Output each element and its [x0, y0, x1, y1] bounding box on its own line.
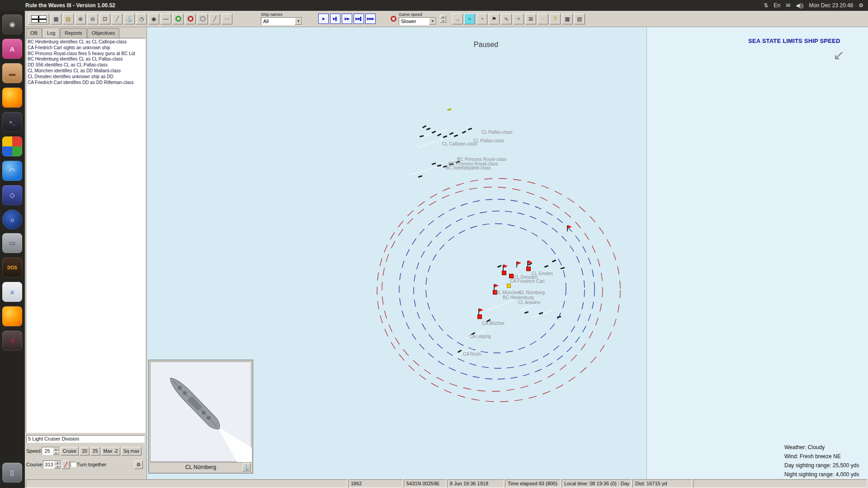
zoom-in-button[interactable]: ⊕ — [75, 14, 86, 24]
anchor-button-toolbar[interactable]: ⚓ — [124, 14, 135, 24]
play-step-button[interactable]: ▶▌ — [330, 14, 340, 24]
fastest-button[interactable]: ▶▶▶ — [365, 14, 376, 24]
help-button[interactable]: ? — [550, 14, 561, 24]
stopwatch-button[interactable]: ◔ — [476, 14, 487, 24]
turn-together-checkbox[interactable] — [71, 462, 76, 467]
session-gear-icon[interactable]: ⚙ — [859, 2, 863, 9]
dock-system-settings[interactable]: ◉ — [2, 14, 22, 34]
sea-state-warning: SEA STATE LIMITS SHIP SPEED — [748, 38, 866, 44]
formation-button[interactable]: + — [513, 14, 524, 24]
log-entry[interactable]: BC Princess Royal-class fires 5 heavy gu… — [28, 51, 145, 57]
volume-icon[interactable]: ◀)) — [796, 2, 803, 9]
signal-flag-button[interactable]: ⚑ — [489, 14, 500, 24]
course-up-button[interactable]: ▴ — [54, 461, 61, 465]
turn-together-label: Turn together — [77, 462, 107, 467]
speed-20-button[interactable]: 20 — [80, 447, 90, 455]
set-course-button[interactable]: ╱ — [62, 460, 69, 469]
document-icon: ≡ — [10, 288, 14, 296]
chart-button[interactable]: ∿ — [501, 14, 512, 24]
record-button[interactable] — [185, 14, 196, 24]
zoom-out-button[interactable]: ⊖ — [87, 14, 98, 24]
keyboard-indicator[interactable]: En — [774, 2, 780, 9]
spare-button[interactable]: ▫ — [538, 14, 548, 24]
course-stepper[interactable]: 313 ▴ ▾ — [43, 460, 61, 469]
night-sighting-line: Night sighting range: 4,000 yds — [784, 470, 859, 479]
speed-spinner-down[interactable]: ▾ — [440, 19, 446, 23]
slow-speed-icon[interactable] — [391, 16, 396, 22]
dock-web-browser[interactable]: ◠ — [2, 161, 22, 181]
course-down-button[interactable]: ▾ — [54, 465, 61, 469]
keypad-button[interactable]: ▦ — [562, 14, 573, 24]
speed-value: 25 — [42, 448, 53, 454]
pencil-button[interactable]: ╱ — [209, 14, 220, 24]
dock-text-editor[interactable]: ≡ — [2, 282, 22, 302]
log-entry[interactable]: CL München identifies CL as DD Mallard-c… — [28, 68, 145, 74]
advance-button[interactable]: → — [452, 14, 463, 24]
ship-names-select[interactable]: All ▼ — [261, 17, 302, 25]
tab-reports[interactable]: Reports — [60, 28, 87, 38]
division-name-field[interactable]: 5 Light Cruiser Division — [26, 435, 145, 443]
screenshot-button[interactable] — [173, 14, 184, 24]
clock-button[interactable]: ◷ — [136, 14, 147, 24]
game-speed-select[interactable]: Slower ▼ — [399, 17, 437, 25]
compass-button[interactable]: ◉ — [148, 14, 159, 24]
speed-stepper[interactable]: 25 ▴ ▾ — [42, 447, 60, 455]
log-notes-button[interactable]: ▤ — [63, 14, 74, 24]
clock[interactable]: Mon Dec 23 20:48 — [809, 2, 853, 9]
sea-state-arrow-icon: ↙ — [833, 47, 844, 63]
speed-spinner-up[interactable]: ▴ — [440, 15, 446, 19]
tab-objectives[interactable]: Objectives — [87, 28, 119, 38]
german-ensign-button[interactable] — [28, 14, 49, 24]
fast-forward-button[interactable]: ▶▶ — [342, 14, 352, 24]
draw-line-button[interactable]: — — [160, 14, 171, 24]
dots-icon: ⋯ — [224, 16, 230, 22]
status-counter: 1862 — [348, 479, 403, 488]
print-button[interactable]: ▤ — [574, 14, 585, 24]
speed-25-button[interactable]: 25 — [90, 447, 100, 455]
dock-archive-manager[interactable]: ▭ — [2, 233, 22, 253]
target-grid-button[interactable]: ⊞ — [525, 14, 536, 24]
german-ensign-icon — [31, 15, 47, 23]
faster-button[interactable]: ▶▶▌ — [354, 14, 364, 24]
speed-max-2-button[interactable]: Max -2 — [101, 447, 120, 455]
log-entry[interactable]: CA Friedrich Carl sights an unknown ship — [28, 45, 145, 51]
log-entry[interactable]: BC Hindenburg identifies CL as CL Callio… — [28, 39, 145, 45]
dock-software-center[interactable]: A — [2, 39, 22, 59]
mail-icon[interactable]: ✉ — [786, 2, 790, 9]
network-arrows-icon[interactable]: ⇅ — [764, 2, 768, 9]
log-entry[interactable]: CA Friedrich Carl identifies DD as DD Ri… — [28, 80, 145, 86]
dock-terminal[interactable]: >_ — [2, 112, 22, 132]
measure-ruler-button[interactable]: ╱ — [112, 14, 123, 24]
play-button[interactable]: ▶ — [318, 14, 329, 24]
zoom-window-button[interactable]: ⊡ — [99, 14, 110, 24]
log-entry[interactable]: BC Hindenburg identifies CL as CL Pallas… — [28, 56, 145, 62]
speed-label: Speed — [26, 448, 41, 454]
dock-trash[interactable]: ▯ — [2, 463, 22, 483]
red-circle-icon — [188, 16, 193, 22]
tab-ob[interactable]: OB — [26, 28, 42, 38]
dock-package-manager[interactable] — [2, 136, 22, 156]
history-button[interactable] — [197, 14, 208, 24]
dock-security-lock[interactable]: ○ — [2, 210, 22, 230]
log-entry[interactable]: DD S56 identifies CL as CL Pallas-class — [28, 62, 145, 68]
log-entry[interactable]: CL Dresden identifies unknown ship as DD — [28, 74, 145, 80]
speed-up-button[interactable]: ▴ — [53, 447, 59, 451]
dock-firefox-2[interactable] — [2, 306, 22, 326]
faster-icon: ▶▶▌ — [355, 17, 362, 21]
dock-package-cube[interactable]: ◇ — [2, 185, 22, 205]
more-options-button[interactable]: ⋯ — [222, 14, 232, 24]
division-settings-button[interactable]: ⚙ — [134, 460, 143, 469]
dock-file-manager[interactable]: ▬ — [2, 63, 22, 83]
dock-dosbox[interactable]: DOS — [2, 258, 22, 277]
dock-wine[interactable]: Y — [2, 331, 22, 351]
speed-row: Speed 25 ▴ ▾ Cruise 20 25 Max -2 Sq max — [26, 446, 142, 455]
speed-down-button[interactable]: ▾ — [53, 451, 59, 455]
save-button[interactable]: ▦ — [51, 14, 61, 24]
squadron-max-button[interactable]: Sq max — [121, 447, 142, 455]
tab-log[interactable]: Log — [42, 28, 60, 38]
status-empty-cell-end — [693, 479, 867, 488]
sea-map-button[interactable]: ≈ — [464, 14, 475, 24]
anchor-button[interactable]: ⚓ — [242, 463, 250, 471]
cruise-speed-button[interactable]: Cruise — [61, 447, 79, 455]
dock-firefox[interactable] — [2, 88, 22, 108]
